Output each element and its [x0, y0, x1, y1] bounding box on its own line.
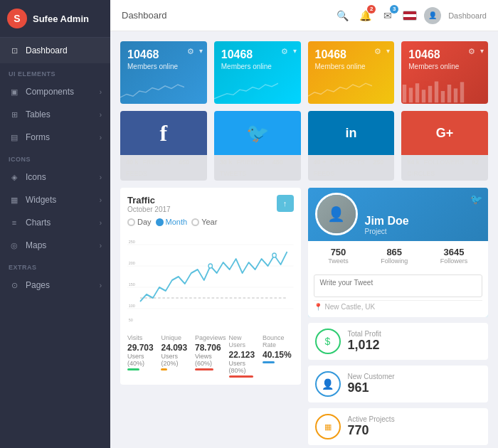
metric-card-customer: 👤 New Customer 961: [308, 366, 489, 402]
svg-point-20: [208, 264, 212, 268]
svg-rect-4: [428, 86, 432, 102]
traffic-header: Traffic October 2017 ↑: [127, 195, 294, 213]
sidebar-item-dashboard[interactable]: ⊡ Dashboard: [0, 38, 110, 63]
sidebar-item-icons[interactable]: ◈Icons ›: [0, 166, 110, 188]
stat-card-0: 10468 Members online ⚙ ▾: [120, 41, 207, 104]
stats-col-newusers: New Users 22.123 Users (80%): [229, 334, 260, 378]
month-radio[interactable]: [156, 218, 164, 226]
svg-text:150: 150: [129, 282, 135, 287]
followers-count: 3645: [440, 247, 468, 257]
forms-icon: ▤: [9, 132, 20, 143]
language-flag[interactable]: [403, 11, 417, 21]
stat-label-2: Members online: [315, 63, 388, 70]
right-column: 👤 Jim Doe Project 🐦 750 Tweets: [308, 188, 489, 448]
sidebar-item-maps[interactable]: ◎Maps ›: [0, 234, 110, 257]
gear-icon-2[interactable]: ⚙: [374, 47, 381, 56]
notification-badge: 2: [367, 5, 376, 14]
stat-label-1: Members online: [221, 63, 294, 70]
chevron-icon: ›: [100, 174, 102, 181]
sidebar-title: Sufee Admin: [33, 14, 89, 24]
year-button[interactable]: Year: [191, 218, 217, 226]
svg-rect-7: [447, 85, 451, 102]
unique-bar: [161, 368, 167, 370]
visits-bar: [127, 368, 139, 370]
svg-point-21: [272, 253, 276, 257]
sidebar-item-components[interactable]: ▣Components ›: [0, 80, 110, 103]
gear-icon-3[interactable]: ⚙: [468, 47, 475, 56]
components-icon: ▣: [9, 86, 20, 97]
arrow-icon-1[interactable]: ▾: [293, 47, 297, 55]
projects-info: Active Projects 770: [348, 415, 482, 438]
stat-cards: 10468 Members online ⚙ ▾ 10468 Members o…: [120, 41, 488, 104]
profit-value: 1,012: [348, 338, 482, 353]
social-card-linkedin: in 40 + CONTACTS 250 FEEDS: [308, 111, 395, 181]
sidebar-logo[interactable]: S: [7, 9, 27, 28]
svg-text:200: 200: [129, 261, 135, 265]
profile-card: 👤 Jim Doe Project 🐦 750 Tweets: [308, 188, 489, 317]
traffic-chart: 250 200 150 100 50: [127, 230, 294, 330]
profile-tweets: 750 Tweets: [328, 247, 349, 265]
year-radio[interactable]: [191, 218, 199, 226]
charts-icon: ≡: [9, 217, 20, 228]
location-pin-icon: 📍: [314, 303, 322, 311]
chevron-icon: ›: [100, 196, 102, 204]
traffic-subtitle: October 2017: [127, 206, 171, 213]
icons-icon: ◈: [9, 171, 20, 183]
stat-label-3: Members online: [408, 63, 481, 70]
svg-rect-1: [409, 88, 413, 103]
svg-text:250: 250: [129, 240, 135, 244]
breadcrumb: Dashboard: [448, 11, 487, 20]
gear-icon-1[interactable]: ⚙: [281, 47, 288, 56]
arrow-icon-0[interactable]: ▾: [199, 47, 203, 55]
search-icon[interactable]: 🔍: [334, 8, 350, 23]
tweet-location: 📍 New Castle, UK: [314, 300, 483, 313]
facebook-stats: 40 k FRIENDS 450 FEEDS: [120, 155, 207, 181]
customer-label: New Customer: [348, 373, 482, 380]
location-text: New Castle, UK: [325, 303, 376, 311]
profile-followers: 3645 Followers: [440, 247, 468, 265]
following-label: Following: [381, 257, 408, 265]
gear-icon-0[interactable]: ⚙: [187, 47, 194, 56]
social-card-google: G+ 94 k FOLLOWERS 92 CIRCLES: [401, 111, 488, 181]
stats-col-unique: Unique 24.093 Users (20%): [161, 334, 192, 378]
upload-button[interactable]: ↑: [277, 195, 294, 212]
bounce-bar: [263, 361, 275, 363]
month-button[interactable]: Month: [156, 218, 188, 226]
sidebar-item-forms[interactable]: ▤Forms ›: [0, 126, 110, 149]
arrow-icon-3[interactable]: ▾: [480, 47, 484, 55]
sidebar-item-charts[interactable]: ≡Charts ›: [0, 211, 110, 234]
user-avatar[interactable]: 👤: [424, 7, 441, 24]
customer-icon: 👤: [315, 371, 341, 397]
svg-rect-6: [441, 91, 445, 102]
message-icon[interactable]: ✉ 3: [380, 8, 396, 23]
svg-rect-9: [460, 82, 464, 102]
maps-icon: ◎: [9, 240, 20, 251]
projects-value: 770: [348, 423, 482, 438]
chevron-icon: ›: [100, 111, 102, 119]
svg-rect-8: [454, 88, 457, 102]
day-radio[interactable]: [127, 218, 135, 226]
topbar-icons: 🔍 🔔 2 ✉ 3: [334, 8, 396, 23]
sidebar-section-icons: ICONS: [0, 149, 110, 166]
twitter-icon: 🐦: [214, 111, 301, 155]
tweet-input[interactable]: [314, 274, 483, 297]
svg-text:50: 50: [129, 318, 133, 322]
sidebar-item-widgets[interactable]: ▦Widgets ›: [0, 188, 110, 211]
day-button[interactable]: Day: [127, 218, 152, 226]
stats-col-visits: Visits 29.703 Users (40%): [127, 334, 158, 378]
chevron-icon: ›: [100, 219, 102, 227]
time-buttons: Day Month Year: [127, 218, 294, 226]
profile-top: 👤 Jim Doe Project 🐦: [308, 188, 489, 241]
tweet-area: 📍 New Castle, UK: [308, 270, 489, 317]
sidebar-item-pages[interactable]: ⊙Pages ›: [0, 274, 110, 297]
page-title: Dashboard: [122, 10, 167, 21]
projects-label: Active Projects: [348, 415, 482, 423]
arrow-icon-2[interactable]: ▾: [386, 47, 390, 55]
stats-col-pageviews: Pageviews 78.706 Views (60%): [195, 334, 226, 378]
profile-name: Jim Doe: [365, 215, 409, 228]
sidebar-item-tables[interactable]: ⊞Tables ›: [0, 103, 110, 126]
linkedin-stats: 40 + CONTACTS 250 FEEDS: [308, 155, 395, 181]
notification-icon[interactable]: 🔔 2: [357, 8, 373, 23]
chevron-icon: ›: [100, 88, 102, 96]
profit-label: Total Profit: [348, 330, 482, 338]
